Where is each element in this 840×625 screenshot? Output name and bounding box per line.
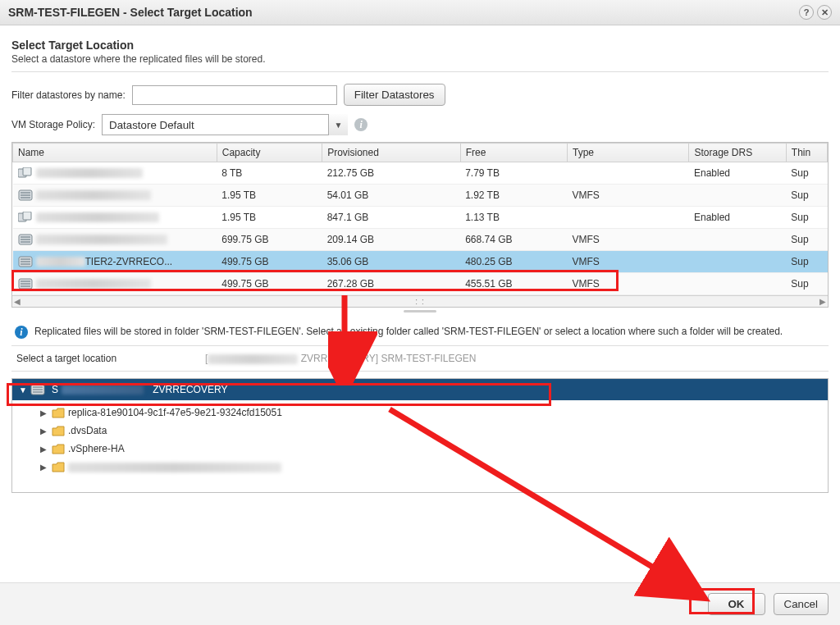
datastore-table: Name Capacity Provisioned Free Type Stor… [12,143,828,295]
svg-rect-21 [33,386,43,388]
cell-thin: Sup [786,162,827,185]
cell-free: 7.79 TB [460,162,567,185]
tree-item-label [68,461,281,472]
datastore-name: TIER2-ZVRRECO... [85,256,173,267]
svg-rect-18 [21,283,30,285]
svg-rect-9 [21,236,30,238]
cell-free: 480.25 GB [460,251,567,273]
cell-capacity: 499.75 GB [217,273,322,295]
tree-item[interactable]: ▶ [12,458,828,476]
svg-rect-5 [21,197,30,198]
table-row[interactable]: 8 TB212.75 GB7.79 TBEnabledSup [13,162,828,185]
cell-capacity: 1.95 TB [217,207,322,229]
folder-tree: ▼ S ZVRRECOVERY ▶replica-81e90104-9c1f-4… [11,378,829,493]
twisty-right-icon: ▶ [40,427,48,436]
cell-capacity: 699.75 GB [217,229,322,251]
datastore-cluster-icon [18,167,33,179]
target-label: Select a target location [16,353,205,364]
cell-thin: Sup [786,251,827,273]
cell-drs [689,273,786,295]
table-row[interactable]: TIER2-ZVRRECO...499.75 GB35.06 GB480.25 … [13,251,828,273]
datastore-icon [18,278,33,290]
cell-provisioned: 35.06 GB [322,251,461,273]
page-subtitle: Select a datastore where the replicated … [11,53,829,72]
cell-drs [689,251,786,273]
table-row[interactable]: 1.95 TB54.01 GB1.92 TBVMFSSup [13,185,828,207]
datastore-icon [18,256,33,267]
cell-thin: Sup [786,207,827,229]
cell-type [568,162,689,185]
cell-free: 1.13 TB [460,207,567,229]
svg-rect-13 [21,258,30,260]
col-drs[interactable]: Storage DRS [689,144,786,162]
table-row[interactable]: 1.95 TB847.1 GB1.13 TBEnabledSup [13,207,828,229]
tree-item-label: .vSphere-HA [68,443,125,454]
cell-type: VMFS [568,185,689,207]
svg-rect-1 [23,167,31,176]
info-panel: i Replicated files will be stored in fol… [11,319,829,346]
info-text: Replicated files will be stored in folde… [34,326,783,337]
cell-provisioned: 267.28 GB [322,273,461,295]
cell-free: 1.92 TB [460,185,567,207]
ok-button[interactable]: OK [708,593,765,615]
cell-free: 668.74 GB [460,229,567,251]
tree-item[interactable]: ▶.dvsData [12,422,828,440]
target-path: [ ZVRRECOVERY] SRM-TEST-FILEGEN [205,353,477,364]
page-title: Select Target Location [11,39,829,52]
cell-drs [689,185,786,207]
cancel-button[interactable]: Cancel [774,593,829,615]
cell-type: VMFS [568,251,689,273]
col-thin[interactable]: Thin [786,144,827,162]
col-type[interactable]: Type [568,144,689,162]
cell-thin: Sup [786,185,827,207]
cell-type: VMFS [568,273,689,295]
cell-drs [689,229,786,251]
col-free[interactable]: Free [460,144,567,162]
horizontal-scrollbar[interactable]: ◀: :▶ [12,295,828,307]
col-name[interactable]: Name [13,144,217,162]
filter-label: Filter datastores by name: [11,89,126,101]
filter-datastores-button[interactable]: Filter Datastores [344,84,445,106]
filter-input[interactable] [132,85,337,105]
table-row[interactable]: 699.75 GB209.14 GB668.74 GBVMFSSup [13,229,828,251]
twisty-right-icon: ▶ [40,445,48,454]
cell-drs: Enabled [689,162,786,185]
tree-item[interactable]: ▶.vSphere-HA [12,440,828,458]
svg-rect-14 [21,261,30,262]
cell-free: 455.51 GB [460,273,567,295]
tree-item-label: replica-81e90104-9c1f-47e5-9e21-9324cfd1… [68,407,282,418]
window-title: SRM-TEST-FILEGEN - Select Target Locatio… [8,6,253,19]
folder-icon [52,462,65,472]
col-provisioned[interactable]: Provisioned [322,144,461,162]
table-row[interactable]: 499.75 GB267.28 GB455.51 GBVMFSSup [13,273,828,295]
datastore-icon [18,234,33,245]
cell-capacity: 8 TB [217,162,322,185]
svg-rect-3 [21,192,30,194]
button-bar: OK Cancel [0,582,840,625]
titlebar: SRM-TEST-FILEGEN - Select Target Locatio… [0,0,840,25]
svg-rect-10 [21,239,30,240]
datastore-icon [18,189,33,201]
cell-capacity: 499.75 GB [217,251,322,273]
cell-drs: Enabled [689,207,786,229]
resize-gripper[interactable] [11,308,829,314]
cell-thin: Sup [786,229,827,251]
target-row: Select a target location [ ZVRRECOVERY] … [11,346,829,372]
twisty-right-icon: ▶ [40,408,48,417]
twisty-right-icon: ▶ [40,463,48,472]
datastore-icon [30,384,45,395]
svg-rect-11 [21,241,30,243]
close-icon[interactable]: ✕ [817,5,832,20]
tree-item[interactable]: ▶replica-81e90104-9c1f-47e5-9e21-9324cfd… [12,404,828,422]
svg-rect-15 [21,263,30,265]
folder-icon [52,426,65,436]
tree-item-label: .dvsData [68,425,107,436]
storage-policy-dropdown[interactable] [102,114,348,135]
tree-root[interactable]: ▼ S ZVRRECOVERY [12,379,828,400]
cell-type [568,207,689,229]
help-icon[interactable]: ? [799,5,814,20]
col-capacity[interactable]: Capacity [217,144,322,162]
policy-info-icon[interactable]: i [354,118,368,131]
info-icon: i [15,326,28,339]
folder-icon [52,444,65,454]
